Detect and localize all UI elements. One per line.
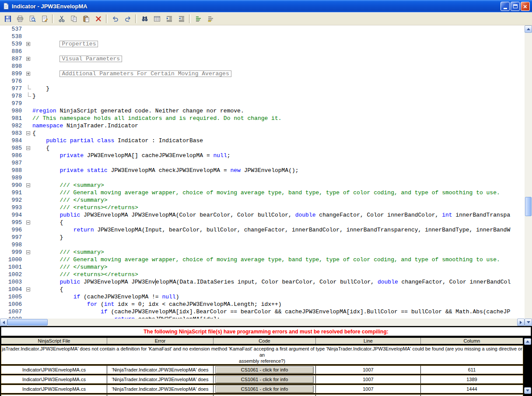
code-line[interactable]: 1001 /// </summary> [0,263,525,271]
error-code-button[interactable]: CS1061 - click for info [215,385,314,393]
code-line[interactable]: 981// This namespace holds all indicator… [0,115,525,122]
edit-page-button[interactable] [38,14,50,24]
fold-marker[interactable] [26,57,30,61]
error-code-button[interactable]: CS1061 - click for info [215,376,314,383]
code-line[interactable]: 537 [0,25,525,33]
code-text: namespace NinjaTrader.Indicator [32,122,525,130]
line-number: 539 [0,40,25,48]
error-panel-scrollbar[interactable] [524,338,531,394]
code-line[interactable]: 1004 { [0,286,525,293]
code-line[interactable]: 886 [0,48,525,55]
code-line[interactable]: 998 [0,241,525,249]
code-line[interactable]: 887 Visual Parameters [0,55,525,63]
code-line[interactable]: 988 private static JPW3EnvelopMA checkJP… [0,167,525,174]
code-line[interactable]: 538 [0,33,525,40]
comment-button[interactable] [192,14,204,24]
panel-scroll-down-button[interactable] [524,387,531,394]
code-line[interactable]: 996 return JPW3EnvelopMA(Input, bearColo… [0,226,525,234]
paste-button[interactable] [80,14,92,24]
code-line[interactable]: 1007 if (cacheJPW3EnvelopMA[idx].BearCol… [0,308,525,315]
code-line[interactable]: 980#region NinjaScript generated code. N… [0,107,525,115]
fold-marker[interactable] [26,42,30,46]
code-editor[interactable]: 537538539 Properties886887 Visual Parame… [0,25,525,319]
collapsed-region-box[interactable]: Additional Parameters For Certain Moving… [60,70,231,77]
error-row[interactable]: Indicator\JPW3EnvelopMA.cs'NinjaTrader.I… [1,375,523,384]
code-line[interactable]: 1003 public JPW3EnvelopMA JPW3EnvelopMA(… [0,278,525,286]
scroll-down-button[interactable] [525,319,532,326]
fold-marker[interactable] [26,72,30,76]
fold-column [25,211,32,219]
uncomment-button[interactable] [205,14,217,24]
error-message-row[interactable]: jaTrader.Indicator.JPW3EnvelopMA' does n… [1,345,523,364]
outdent-button[interactable] [175,14,187,24]
code-line[interactable]: 991 /// General moving average wrapper, … [0,189,525,196]
fold-column [25,226,32,234]
print-button[interactable] [14,14,26,24]
titlebar[interactable]: Indicator - JPW3EnvelopMA [0,0,532,12]
fold-column [25,315,32,319]
find-button[interactable] [139,14,150,24]
maximize-restore-button[interactable] [511,2,520,11]
delete-button[interactable] [92,14,104,24]
code-line[interactable]: 993 /// <returns></returns> [0,204,525,211]
code-line[interactable]: 986 private JPW3EnvelopMA[] cacheJPW3Env… [0,152,525,159]
code-line[interactable]: 983{ [0,130,525,137]
fold-marker[interactable] [26,183,30,187]
column-header-code: Code [214,338,316,344]
fold-marker[interactable] [26,250,30,254]
code-line[interactable]: 1005 if (cacheJPW3EnvelopMA != null) [0,293,525,301]
fold-marker[interactable] [26,287,30,291]
code-text: return cacheJPW3EnvelopMA[idx]; [32,315,525,319]
error-code-button[interactable]: CS1061 - click for info [215,366,314,374]
print-preview-button[interactable] [26,14,38,24]
collapsed-region-box[interactable]: Properties [60,41,98,47]
code-line[interactable]: 994 public JPW3EnvelopMA JPW3EnvelopMA(C… [0,211,525,219]
scroll-left-button[interactable] [0,319,7,326]
code-line[interactable]: 1008 return cacheJPW3EnvelopMA[idx]; [0,315,525,319]
code-line[interactable]: 997 } [0,234,525,241]
code-line[interactable]: 999 /// <summary> [0,249,525,256]
code-line[interactable]: 985 { [0,144,525,152]
undo-button[interactable] [109,14,121,24]
close-button[interactable] [521,2,530,11]
code-line[interactable]: 898 [0,63,525,70]
code-line[interactable]: 1002 /// <returns></returns> [0,271,525,278]
code-line[interactable]: 977 } [0,85,525,92]
minimize-button[interactable] [500,2,510,11]
error-row[interactable]: Indicator\JPW3EnvelopMA.cs'NinjaTrader.I… [1,385,523,393]
copy-button[interactable] [68,14,80,24]
scroll-right-button[interactable] [517,319,525,326]
code-line[interactable]: 995 { [0,219,525,226]
code-line[interactable]: 987 [0,159,525,167]
fold-marker[interactable] [26,131,30,135]
code-line[interactable]: 984 public partial class Indicator : Ind… [0,137,525,144]
error-row[interactable]: Indicator\JPW3EnvelopMA.cs'NinjaTrader.I… [1,365,523,374]
code-line[interactable]: 1006 for (int idx = 0; idx < cacheJPW3En… [0,301,525,308]
scroll-up-button[interactable] [525,25,532,33]
cut-button[interactable] [56,14,67,24]
code-line[interactable]: 989 [0,174,525,182]
save-button[interactable] [2,14,14,24]
fold-marker[interactable] [26,221,30,224]
horizontal-scrollbar[interactable] [0,319,525,326]
code-line[interactable]: 1000 /// General moving average wrapper,… [0,256,525,263]
panel-scroll-up-button[interactable] [524,338,531,345]
redo-button[interactable] [122,14,133,24]
collapsed-region-box[interactable]: Visual Parameters [60,56,122,62]
compile-errors-panel: The following NinjaScript file(s) have p… [0,326,532,396]
vertical-scroll-thumb[interactable] [525,197,532,216]
code-line[interactable]: 539 Properties [0,40,525,48]
code-line[interactable]: 899 Additional Parameters For Certain Mo… [0,70,525,77]
code-line[interactable]: 979 [0,100,525,107]
scroll-right-icon [520,321,522,324]
code-line[interactable]: 990 /// <summary> [0,182,525,189]
code-line[interactable]: 992 /// </summary> [0,196,525,204]
fold-marker[interactable] [26,146,30,150]
find-in-files-button[interactable] [151,14,163,24]
indent-button[interactable] [163,14,175,24]
horizontal-scroll-thumb[interactable] [7,319,48,326]
code-line[interactable]: 976 [0,77,525,85]
vertical-scrollbar[interactable] [525,25,532,326]
code-line[interactable]: 982namespace NinjaTrader.Indicator [0,122,525,130]
code-line[interactable]: 978} [0,92,525,100]
